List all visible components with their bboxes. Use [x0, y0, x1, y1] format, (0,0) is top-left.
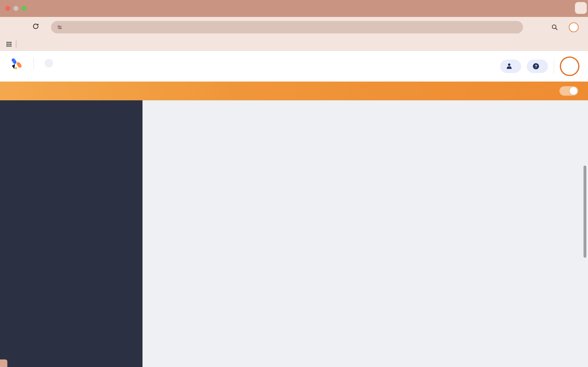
help-button[interactable]: ? [527, 59, 548, 73]
form-preview-toggle[interactable] [559, 86, 578, 96]
add-collaborator-button[interactable] [500, 59, 521, 73]
browser-tab-bar [0, 0, 588, 17]
header-divider [554, 59, 554, 74]
product-chevron-down-icon[interactable] [44, 59, 53, 67]
browser-profile-avatar[interactable] [569, 22, 579, 32]
conditions-panel [143, 100, 588, 367]
toolbar-right [551, 17, 584, 38]
screen: ? [0, 0, 588, 367]
apps-grid-icon[interactable] [6, 42, 12, 47]
link-status-bar [0, 359, 7, 367]
new-tab-button[interactable] [449, 0, 461, 17]
jotform-logo-icon[interactable] [10, 57, 23, 70]
person-icon [506, 63, 512, 69]
account-avatar[interactable] [560, 57, 579, 76]
jotform-header: ? [0, 51, 588, 82]
reload-button[interactable] [29, 23, 43, 32]
page-scrollbar[interactable] [584, 166, 586, 258]
minimize-window-button[interactable] [13, 6, 18, 11]
tab-search-button[interactable] [575, 2, 587, 14]
window-controls [5, 6, 26, 11]
header-actions: ? [500, 51, 579, 82]
form-preview-control [554, 86, 578, 96]
site-settings-icon[interactable] [57, 25, 62, 30]
form-title-area [202, 55, 386, 57]
brand-divider [34, 57, 34, 69]
builder-nav [0, 82, 588, 100]
toggle-knob [570, 87, 577, 95]
browser-toolbar [0, 17, 588, 38]
close-window-button[interactable] [5, 6, 10, 11]
brand-area [10, 57, 53, 70]
zoom-icon[interactable] [551, 24, 558, 31]
bookmarks-bar [0, 38, 588, 51]
settings-sidebar [0, 100, 143, 367]
address-bar[interactable] [51, 21, 523, 33]
question-icon: ? [533, 63, 539, 69]
maximize-window-button[interactable] [22, 6, 26, 11]
bookmarks-divider [16, 41, 16, 48]
